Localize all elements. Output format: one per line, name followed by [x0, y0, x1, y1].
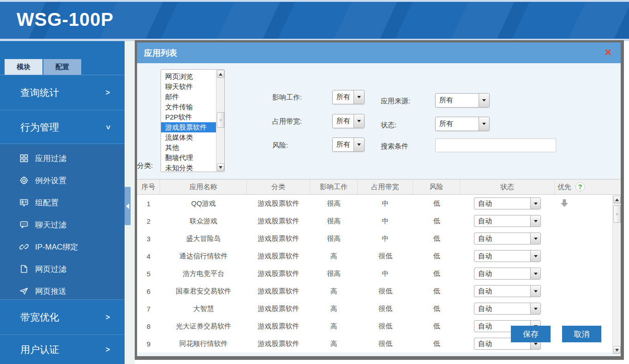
status-dropdown[interactable]: 自动	[474, 215, 541, 227]
modal-title: 应用列表	[144, 48, 177, 59]
category-listbox[interactable]: 网页浏览 聊天软件 邮件 文件传输 P2P软件 游戏股票软件 流媒体类 其他 翻…	[161, 69, 225, 172]
list-item-selected[interactable]: 游戏股票软件	[161, 122, 216, 132]
source-filter-dropdown[interactable]: 所有	[435, 93, 490, 107]
col-header-category: 分类	[247, 179, 310, 194]
bandwidth-filter-label: 占用带宽:	[272, 117, 302, 126]
status-filter-label: 状态:	[381, 121, 396, 130]
close-icon[interactable]: ×	[602, 46, 614, 58]
sidebar-tabs: 模块 配置	[5, 59, 82, 75]
status-dropdown[interactable]: 自动	[474, 197, 541, 209]
sidebar-submenu: 应用过滤 例外设置 组配置	[0, 144, 125, 300]
status-dropdown[interactable]: 自动	[474, 250, 541, 262]
group-label: 带宽优化	[20, 311, 59, 324]
category-label: 分类:	[137, 161, 153, 170]
scroll-down-icon[interactable]	[613, 346, 621, 354]
sidebar-item-exceptions[interactable]: 例外设置	[0, 169, 125, 191]
dropdown-arrow-icon[interactable]	[353, 114, 364, 128]
app-window: WSG-100P 模块 配置 查询统计 > 行为管理 > 应用过滤	[0, 0, 629, 364]
list-item[interactable]: 流媒体类	[161, 132, 216, 143]
chevron-right-icon: >	[106, 89, 110, 97]
table-row: 6 国泰君安交易软件 游戏股票软件 高 很低 低 自动	[137, 282, 621, 300]
gear-icon	[18, 175, 30, 186]
list-item[interactable]: 聊天软件	[161, 82, 216, 92]
scroll-up-icon[interactable]	[217, 70, 224, 78]
status-dropdown[interactable]: 自动	[474, 285, 541, 297]
status-dropdown[interactable]: 自动	[474, 303, 541, 315]
dropdown-arrow-icon	[530, 251, 540, 262]
dropdown-arrow-icon	[530, 303, 540, 314]
help-icon[interactable]: ?	[575, 182, 585, 191]
tab-modules[interactable]: 模块	[5, 59, 42, 75]
list-item[interactable]: 未知分类	[161, 163, 216, 172]
search-label: 搜索条件	[381, 142, 408, 151]
category-items: 网页浏览 聊天软件 邮件 文件传输 P2P软件 游戏股票软件 流媒体类 其他 翻…	[161, 72, 216, 172]
listbox-scrollbar[interactable]: ≡	[216, 70, 224, 172]
sidebar-item-label: 网页推送	[35, 286, 66, 297]
sidebar-item-web-filter[interactable]: 网页过滤	[0, 258, 125, 280]
dropdown-arrow-icon	[530, 268, 540, 279]
search-input[interactable]	[435, 138, 556, 152]
scroll-up-icon[interactable]	[613, 196, 621, 203]
scroll-down-icon[interactable]	[217, 163, 224, 171]
sidebar-item-web-push[interactable]: 网页推送	[0, 280, 125, 302]
list-item[interactable]: P2P软件	[161, 112, 216, 122]
page-icon	[18, 263, 30, 274]
chat-bubble-icon	[18, 219, 30, 230]
impact-filter-dropdown[interactable]: 所有	[332, 90, 365, 104]
risk-filter-label: 风险:	[272, 141, 288, 150]
tab-config[interactable]: 配置	[43, 59, 81, 75]
list-item[interactable]: 其他	[161, 143, 216, 153]
cancel-button[interactable]: 取消	[562, 326, 601, 342]
dropdown-arrow-icon[interactable]	[353, 138, 364, 151]
list-item[interactable]: 翻墙代理	[161, 153, 216, 163]
dropdown-arrow-icon[interactable]	[479, 94, 489, 107]
link-icon	[18, 241, 30, 252]
list-item[interactable]: 网页浏览	[161, 72, 216, 82]
table-row: 1 QQ游戏 游戏股票软件 很高 中 低 自动	[137, 195, 621, 212]
col-header-status: 状态	[460, 179, 555, 194]
list-item[interactable]: 文件传输	[161, 102, 216, 112]
sidebar-item-chat-filter[interactable]: 聊天过滤	[0, 214, 125, 236]
col-header-name: 应用名称	[160, 179, 247, 194]
status-dropdown[interactable]: 自动	[474, 268, 541, 280]
bandwidth-filter-dropdown[interactable]: 所有	[332, 114, 365, 128]
sidebar-group-bandwidth-opt[interactable]: 带宽优化 >	[0, 300, 125, 335]
col-header-bandwidth: 占用带宽	[358, 179, 413, 194]
dropdown-arrow-icon[interactable]	[479, 117, 489, 131]
table-row: 4 通达信行情软件 游戏股票软件 高 很低 低 自动	[137, 247, 621, 265]
sidebar-collapse-handle[interactable]	[125, 187, 131, 225]
chevron-right-icon: >	[106, 313, 110, 322]
group-label: 行为管理	[20, 121, 59, 134]
impact-filter-label: 影响工作:	[272, 93, 302, 102]
product-logo: WSG-100P	[17, 9, 114, 30]
risk-filter-dropdown[interactable]: 所有	[332, 137, 365, 152]
dropdown-arrow-icon[interactable]	[353, 90, 364, 104]
sidebar-item-ip-mac-binding[interactable]: IP-MAC绑定	[0, 236, 125, 258]
collapse-left-icon	[126, 203, 129, 209]
sidebar-item-label: 聊天过滤	[35, 220, 66, 230]
sidebar-item-label: 例外设置	[35, 175, 66, 186]
chevron-down-icon: >	[103, 125, 112, 129]
sidebar-item-app-filter[interactable]: 应用过滤	[0, 147, 125, 169]
scrollbar-thumb[interactable]: ≡	[613, 205, 621, 223]
status-dropdown[interactable]: 自动	[474, 233, 541, 245]
table-row: 3 盛大冒险岛 游戏股票软件 很高 中 低 自动	[137, 230, 621, 247]
sidebar-item-label: 网页过滤	[35, 264, 66, 274]
priority-down-icon[interactable]	[559, 198, 569, 209]
table-scrollbar[interactable]: ≡	[612, 195, 621, 354]
sidebar-item-group-config[interactable]: 组配置	[0, 191, 125, 214]
group-label: 查询统计	[20, 86, 59, 99]
col-header-no: 序号	[137, 179, 160, 194]
chevron-right-icon: >	[106, 346, 110, 354]
save-button[interactable]: 保存	[511, 326, 551, 342]
group-label: 用户认证	[20, 343, 59, 356]
list-item[interactable]: 邮件	[161, 92, 216, 102]
dropdown-arrow-icon	[530, 198, 540, 209]
sidebar-group-behavior-mgmt[interactable]: 行为管理 >	[0, 111, 125, 144]
scrollbar-thumb[interactable]: ≡	[217, 112, 224, 128]
status-filter-dropdown[interactable]: 所有	[435, 117, 490, 131]
table-header: 序号 应用名称 分类 影响工作 占用带宽 风险 状态 优先 ?	[137, 179, 621, 195]
sidebar-group-query-stats[interactable]: 查询统计 >	[0, 75, 125, 110]
table-row: 7 大智慧 游戏股票软件 高 很低 低 自动	[137, 300, 621, 317]
sidebar-group-user-auth[interactable]: 用户认证 >	[0, 335, 125, 364]
